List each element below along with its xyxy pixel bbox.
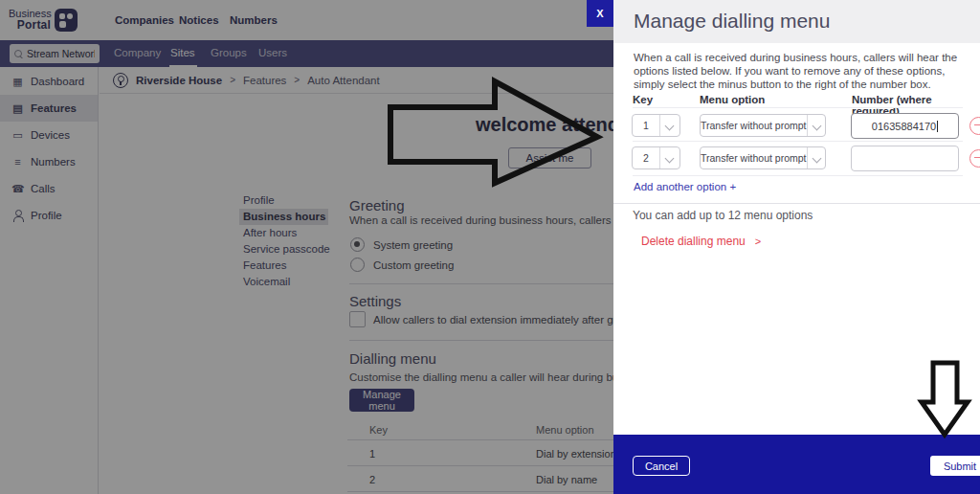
menu-option-select-2[interactable]: Transfer without prompt <box>700 146 826 169</box>
cancel-button[interactable]: Cancel <box>633 456 690 476</box>
number-input-1[interactable]: 01635884170 <box>851 113 959 139</box>
select-value: 2 <box>633 152 659 164</box>
table-divider <box>633 175 963 176</box>
panel-title: Manage dialling menu <box>634 10 830 33</box>
table-divider <box>633 141 963 142</box>
chevron-right-icon: > <box>755 236 761 247</box>
submit-button[interactable]: Submit <box>930 456 980 476</box>
chevron-down-icon <box>659 115 679 136</box>
text-caret <box>937 121 938 132</box>
select-value: Transfer without prompt <box>701 152 807 164</box>
modal-overlay <box>0 0 613 494</box>
add-another-option-link[interactable]: Add another option + <box>634 181 736 192</box>
column-key: Key <box>633 94 653 105</box>
select-value: 1 <box>633 120 659 131</box>
select-value: Transfer without prompt <box>701 120 807 131</box>
panel-divider <box>613 203 980 204</box>
menu-option-select-1[interactable]: Transfer without prompt <box>700 114 826 137</box>
close-button[interactable]: X <box>587 0 613 27</box>
limit-note: You can add up to 12 menu options <box>633 209 813 222</box>
delete-dialling-menu-link[interactable]: Delete dialling menu> <box>641 235 761 248</box>
remove-option-button-2[interactable] <box>969 149 980 168</box>
table-divider <box>633 107 963 108</box>
number-input-2[interactable] <box>851 146 959 171</box>
number-value: 01635884170 <box>872 121 936 132</box>
panel-description: When a call is received during business … <box>634 51 972 91</box>
key-select-2[interactable]: 2 <box>632 146 680 169</box>
chevron-down-icon <box>659 147 679 168</box>
chevron-down-icon <box>807 147 827 168</box>
remove-option-button-1[interactable] <box>969 117 980 135</box>
column-menu-option: Menu option <box>700 94 765 105</box>
delete-link-label: Delete dialling menu <box>641 235 746 248</box>
chevron-down-icon <box>807 115 827 136</box>
panel-footer: Cancel Submit <box>613 435 980 494</box>
key-select-1[interactable]: 1 <box>632 114 680 137</box>
app-window: Business Portal Companies Notices Number… <box>0 0 980 494</box>
manage-dialling-menu-panel: X Manage dialling menu When a call is re… <box>613 0 980 494</box>
